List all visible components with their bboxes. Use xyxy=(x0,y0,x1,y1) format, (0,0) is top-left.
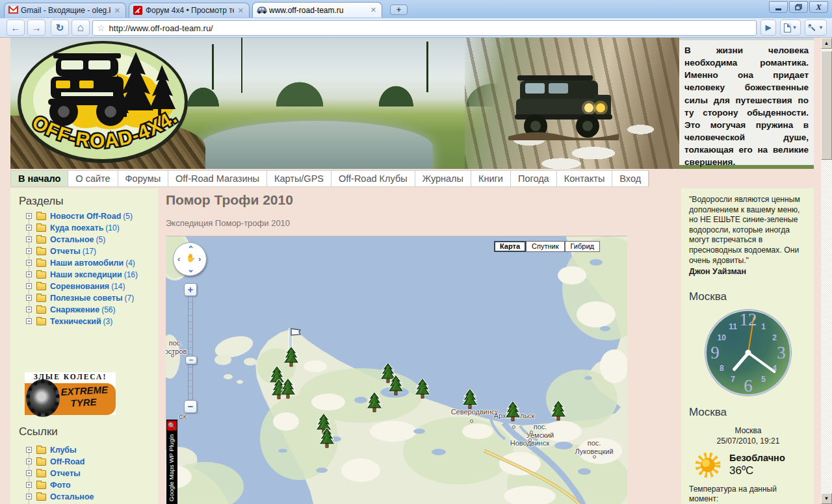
tree-item-link[interactable]: Соревнования xyxy=(50,282,109,291)
restore-button[interactable] xyxy=(789,1,808,13)
tools-menu-button[interactable]: ▼ xyxy=(805,19,827,36)
sidebar-tree-item[interactable]: +Отчеты xyxy=(10,468,158,479)
tree-marker[interactable] xyxy=(415,379,430,401)
nav-item[interactable]: Книги xyxy=(471,171,511,186)
nav-item[interactable]: Вход xyxy=(612,171,649,186)
expand-icon[interactable]: + xyxy=(26,225,32,231)
expand-icon[interactable]: + xyxy=(26,295,32,301)
zoom-slider-track[interactable]: − xyxy=(188,296,193,400)
expand-icon[interactable]: + xyxy=(26,213,32,219)
tree-marker[interactable] xyxy=(320,428,334,451)
new-tab-button[interactable]: + xyxy=(390,5,408,15)
expand-icon[interactable]: + xyxy=(26,248,32,254)
sidebar-tree-item[interactable]: +Фото xyxy=(10,479,158,491)
sidebar-tree-item[interactable]: +Технический(3) xyxy=(10,316,158,327)
bookmark-star-icon[interactable]: ☆ xyxy=(97,23,105,33)
tree-marker[interactable] xyxy=(389,375,403,398)
forward-button[interactable]: → xyxy=(27,19,46,36)
zoom-out-button[interactable]: − xyxy=(184,400,197,413)
nav-item[interactable]: Журналы xyxy=(415,171,471,186)
sidebar-tree-item[interactable]: +Остальное xyxy=(10,491,158,503)
sidebar-tree-item[interactable]: +Соревнования(14) xyxy=(10,281,158,292)
nav-item[interactable]: Контакты xyxy=(557,171,613,186)
minimize-button[interactable] xyxy=(769,1,788,13)
map-pan-control[interactable]: ⌃ ⌄ ‹ › ✋ xyxy=(173,242,207,276)
scrollbar-thumb[interactable] xyxy=(821,51,832,160)
tree-item-link[interactable]: Отчеты xyxy=(50,469,81,478)
nav-item[interactable]: Off-Road Магазины xyxy=(168,171,267,186)
nav-item[interactable]: Карты/GPS xyxy=(267,171,332,186)
tree-item-link[interactable]: Остальное xyxy=(50,492,94,501)
tree-item-link[interactable]: Полезные советы xyxy=(50,294,123,303)
sidebar-tree-item[interactable]: +Полезные советы(7) xyxy=(10,292,158,304)
site-logo[interactable]: OFF-ROAD-4X4.RU xyxy=(16,39,190,169)
page-menu-button[interactable]: ▼ xyxy=(780,19,801,36)
page-scrollbar[interactable]: ▲ ▼ xyxy=(821,38,832,504)
tree-item-link[interactable]: Куда поехать xyxy=(50,223,103,233)
tree-item-link[interactable]: Клубы xyxy=(50,446,77,455)
go-button[interactable]: ▶ xyxy=(760,19,776,36)
tree-item-link[interactable]: Фото xyxy=(50,481,71,490)
tree-marker[interactable] xyxy=(281,379,295,401)
expand-icon[interactable]: + xyxy=(26,470,32,476)
sidebar-tree-item[interactable]: +Куда поехать(10) xyxy=(10,222,158,234)
zoom-slider-thumb[interactable]: − xyxy=(185,356,197,364)
tree-item-link[interactable]: Технический xyxy=(50,317,101,326)
tab-gmail[interactable]: Gmail - Входящие - oleg.ki... ✕ xyxy=(4,3,126,18)
nav-item[interactable]: Форумы xyxy=(118,171,168,186)
sidebar-tree-item[interactable]: +Отчеты(17) xyxy=(10,246,158,257)
expand-icon[interactable]: + xyxy=(26,447,32,453)
tree-item-link[interactable]: Off-Road xyxy=(50,457,84,466)
tab-close-icon[interactable]: ✕ xyxy=(113,6,122,15)
tree-marker[interactable] xyxy=(551,401,566,423)
back-button[interactable]: ← xyxy=(6,19,25,36)
address-bar[interactable]: ☆ http://www.off-road-team.ru/ xyxy=(92,20,757,36)
tree-marker[interactable] xyxy=(367,392,382,415)
expand-icon[interactable]: + xyxy=(26,271,32,277)
map-type-button[interactable]: Спутник xyxy=(526,241,564,252)
nav-item[interactable]: В начало xyxy=(11,171,68,186)
zoom-in-button[interactable]: + xyxy=(184,283,197,296)
sidebar-tree-item[interactable]: +Клубы xyxy=(10,444,158,456)
expand-icon[interactable]: + xyxy=(26,482,32,488)
tree-marker[interactable] xyxy=(463,389,477,412)
sidebar-tree-item[interactable]: +Снаряжение(56) xyxy=(10,304,158,316)
tab-offroad-active[interactable]: www.off-road-team.ru ✕ xyxy=(252,2,382,18)
reload-button[interactable]: ↻ xyxy=(51,19,69,36)
sidebar-tree-item[interactable]: +Off-Road xyxy=(10,456,158,468)
google-map[interactable]: ⌃ ⌄ ‹ › ✋ + − − КартаСпутникГибрид 🔍 Goo… xyxy=(166,236,627,504)
nav-item[interactable]: Off-Road Клубы xyxy=(332,171,415,186)
expand-icon[interactable]: + xyxy=(26,459,32,464)
gmaps-plugin-banner[interactable]: 🔍 Google Maps WP Plugin xyxy=(166,420,177,504)
expand-icon[interactable]: + xyxy=(26,307,32,312)
flag-marker[interactable] xyxy=(287,327,304,351)
sidebar-tree-item[interactable]: +Наши автомобили(4) xyxy=(10,257,158,269)
tree-item-link[interactable]: Наши автомобили xyxy=(50,258,124,268)
expand-icon[interactable]: + xyxy=(26,236,32,242)
tree-item-link[interactable]: Наши экспедиции xyxy=(50,270,122,279)
expand-icon[interactable]: + xyxy=(26,318,32,324)
map-type-button[interactable]: Карта xyxy=(494,241,526,252)
nav-item[interactable]: Погода xyxy=(511,171,557,186)
expand-icon[interactable]: + xyxy=(26,260,32,266)
map-type-button[interactable]: Гибрид xyxy=(565,241,600,252)
tree-item-link[interactable]: Снаряжение xyxy=(50,305,99,314)
tree-item-link[interactable]: Остальное xyxy=(50,235,94,244)
expand-icon[interactable]: + xyxy=(26,494,32,499)
scroll-down-button[interactable]: ▼ xyxy=(821,493,832,504)
tree-marker[interactable] xyxy=(506,401,520,424)
sidebar-tree-item[interactable]: +Новости Off-Road(5) xyxy=(10,210,158,222)
home-button[interactable]: ⌂ xyxy=(72,19,90,36)
sidebar-tree-item[interactable]: +Наши экспедиции(16) xyxy=(10,269,158,281)
tab-close-icon[interactable]: ✕ xyxy=(369,6,378,14)
tab-close-icon[interactable]: ✕ xyxy=(237,6,245,15)
extreme-tyre-banner[interactable]: ЗЛЫЕ КОЛЕСА! EXTREMETYRE xyxy=(25,372,116,415)
sidebar-tree-item[interactable]: +Остальное(5) xyxy=(10,234,158,246)
tree-item-link[interactable]: Отчеты xyxy=(50,247,81,256)
nav-item[interactable]: О сайте xyxy=(68,171,118,186)
close-button[interactable]: X xyxy=(809,1,828,13)
tab-forum[interactable]: 4 Форум 4x4 • Просмотр те... ✕ xyxy=(129,3,250,18)
scroll-up-button[interactable]: ▲ xyxy=(821,38,832,49)
expand-icon[interactable]: + xyxy=(26,283,32,289)
tree-item-link[interactable]: Новости Off-Road xyxy=(50,212,121,221)
